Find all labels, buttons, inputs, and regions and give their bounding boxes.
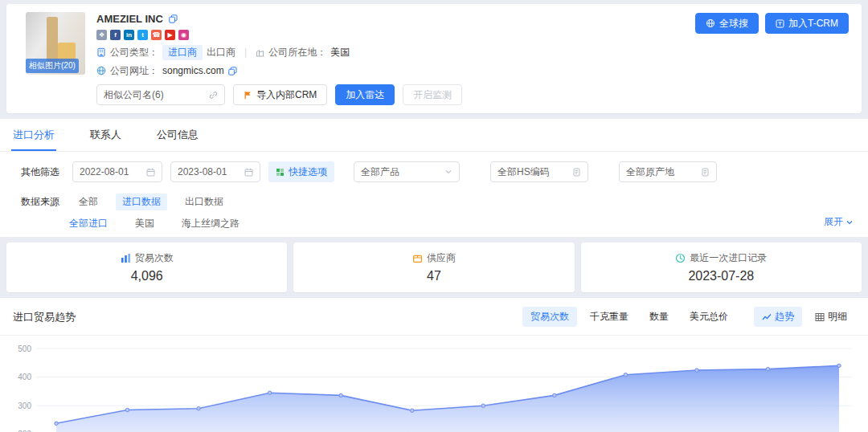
globe-icon	[706, 18, 715, 28]
linkedin-icon[interactable]: in	[124, 30, 134, 40]
origin-value: 全部原产地	[626, 165, 674, 179]
link-icon	[209, 91, 218, 100]
website-icon[interactable]: ❖	[96, 30, 107, 40]
source-option-1[interactable]: 进口数据	[116, 194, 167, 210]
document-icon	[701, 168, 710, 177]
tab-bar: 进口分析联系人公司信息	[0, 119, 868, 152]
app-root: 相似图片(20) AMEZIEL INC ❖fint☎▶◉ 公司类型： 进口商 …	[0, 4, 868, 432]
stat-value: 4,096	[131, 269, 163, 283]
grid-icon	[276, 168, 285, 177]
building-icon	[96, 47, 106, 57]
tab-0[interactable]: 进口分析	[11, 119, 56, 151]
join-tcrm-label: 加入T-CRM	[788, 17, 838, 31]
sub-source-option-2[interactable]: 海上丝绸之路	[182, 217, 240, 230]
metric-button-0[interactable]: 贸易次数	[522, 307, 577, 327]
add-radar-label: 加入雷达	[346, 88, 384, 102]
stat-card-2: 最近一次进口记录2023-07-28	[581, 242, 862, 292]
flag-icon	[244, 91, 252, 100]
stat-label: 供应商	[427, 251, 456, 265]
analysis-section: 进口分析联系人公司信息 其他筛选 2022-08-01 2023-08-01	[0, 119, 868, 237]
similar-images-badge[interactable]: 相似图片(20)	[26, 59, 79, 73]
chevron-down-icon	[845, 218, 854, 226]
location-value: 美国	[330, 46, 350, 59]
chart-title: 进口贸易趋势	[13, 310, 76, 324]
svg-text:500: 500	[18, 344, 31, 353]
website-value[interactable]: songmics.com	[162, 65, 224, 76]
sub-source-option-1[interactable]: 美国	[135, 217, 154, 230]
stat-value: 2023-07-28	[688, 269, 754, 283]
other-filter-label: 其他筛选	[21, 165, 59, 179]
source-option-0[interactable]: 全部	[72, 194, 104, 210]
chart-area: 01002003004005002022-082022-092022-10202…	[0, 336, 868, 432]
join-tcrm-button[interactable]: 加入T-CRM	[765, 13, 849, 34]
product-select[interactable]: 全部产品	[354, 161, 460, 182]
youtube-icon[interactable]: ▶	[165, 30, 175, 40]
quick-options-button[interactable]: 快捷选项	[268, 161, 334, 182]
source-option-2[interactable]: 出口数据	[178, 194, 230, 210]
instagram-icon[interactable]: ◉	[178, 30, 189, 40]
expand-label: 展开	[824, 215, 843, 229]
copy-icon[interactable]	[169, 14, 178, 23]
website-label: 公司网址：	[110, 64, 158, 78]
copy-icon[interactable]	[228, 67, 237, 75]
tab-1[interactable]: 联系人	[88, 119, 123, 151]
global-search-button[interactable]: 全球搜	[695, 13, 759, 34]
date-to-input[interactable]: 2023-08-01	[170, 161, 260, 182]
monitor-button[interactable]: 开启监测	[403, 84, 462, 105]
date-from-input[interactable]: 2022-08-01	[72, 161, 162, 182]
product-select-value: 全部产品	[361, 165, 399, 179]
phone-icon[interactable]: ☎	[151, 30, 162, 40]
company-thumbnail[interactable]: 相似图片(20)	[26, 12, 85, 75]
metric-button-3[interactable]: 美元总价	[682, 307, 736, 327]
calendar-icon	[244, 168, 253, 177]
metric-button-1[interactable]: 千克重量	[582, 307, 637, 327]
importer-tag[interactable]: 进口商	[162, 45, 203, 60]
add-radar-button[interactable]: 加入雷达	[335, 84, 395, 105]
svg-text:300: 300	[18, 401, 31, 410]
view-button-1[interactable]: 明细	[807, 307, 855, 327]
view-button-label: 明细	[828, 310, 847, 324]
import-crm-button[interactable]: 导入内部CRM	[233, 84, 327, 105]
exporter-option[interactable]: 出口商	[207, 46, 235, 59]
monitor-label: 开启监测	[413, 88, 452, 102]
svg-text:400: 400	[18, 373, 31, 381]
company-type-label: 公司类型：	[110, 46, 158, 59]
source-label: 数据来源	[21, 195, 59, 209]
metric-button-2[interactable]: 数量	[641, 307, 677, 327]
facebook-icon[interactable]: f	[110, 30, 121, 40]
similar-company-value: 相似公司名(6)	[104, 88, 164, 102]
company-name: AMEZIEL INC	[96, 13, 163, 25]
date-to-value: 2023-08-01	[178, 166, 227, 177]
view-button-0[interactable]: 趋势	[754, 307, 802, 327]
stats-band: 贸易次数4,096供应商47最近一次进口记录2023-07-28	[0, 237, 868, 298]
source-options: 全部进口数据出口数据	[72, 194, 230, 210]
stat-value: 47	[427, 269, 441, 283]
similar-company-input[interactable]: 相似公司名(6)	[96, 84, 225, 105]
import-crm-label: 导入内部CRM	[256, 88, 317, 102]
sub-source-options: 全部进口美国海上丝绸之路	[21, 217, 855, 230]
globe-icon	[96, 66, 106, 75]
table-icon	[815, 312, 825, 322]
import-trend-card: 进口贸易趋势 贸易次数千克重量数量美元总价趋势明细 01002003004005…	[0, 298, 868, 432]
filter-panel: 其他筛选 2022-08-01 2023-08-01	[0, 152, 868, 230]
stat-label: 贸易次数	[135, 251, 174, 265]
global-search-label: 全球搜	[719, 17, 748, 31]
calendar-icon	[146, 168, 155, 177]
expand-button[interactable]: 展开	[824, 215, 854, 229]
chart-controls: 贸易次数千克重量数量美元总价趋势明细	[522, 307, 855, 327]
clock-icon	[675, 253, 686, 263]
stat-card-1: 供应商47	[293, 242, 574, 292]
chevron-down-icon	[444, 168, 452, 176]
document-icon	[572, 168, 581, 177]
tab-2[interactable]: 公司信息	[155, 119, 200, 151]
stat-label: 最近一次进口记录	[690, 251, 767, 265]
divider: |	[244, 47, 247, 58]
twitter-icon[interactable]: t	[137, 30, 148, 40]
view-button-label: 趋势	[775, 310, 794, 324]
quick-options-label: 快捷选项	[289, 165, 327, 179]
hs-code-input[interactable]: 全部HS编码	[490, 161, 588, 182]
stat-card-0: 贸易次数4,096	[6, 242, 287, 292]
tcrm-icon	[776, 19, 784, 28]
sub-source-option-0[interactable]: 全部进口	[69, 217, 108, 230]
origin-input[interactable]: 全部原产地	[619, 161, 717, 182]
